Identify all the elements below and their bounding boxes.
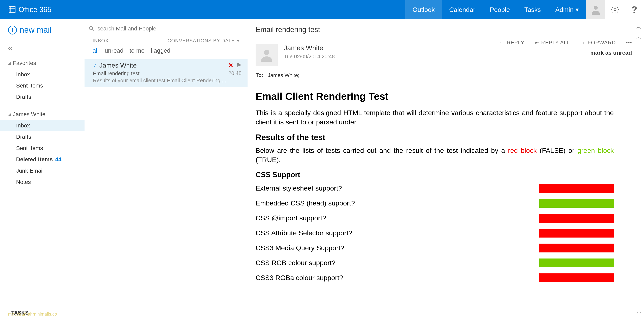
test-row: CSS Attribute Selector support? (256, 229, 614, 238)
office-icon (8, 6, 16, 14)
test-label: CSS Attribute Selector support? (256, 229, 352, 237)
scroll-up-buttons[interactable]: ︽︿ (636, 23, 641, 40)
folder-notes[interactable]: Notes (8, 177, 84, 188)
test-label: CSS @import support? (256, 214, 326, 222)
folder-drafts[interactable]: Drafts (8, 91, 84, 103)
red-block-text: red block (508, 146, 537, 154)
folder-rail: + new mail ‹‹ ◢FavoritesInboxSent ItemsD… (0, 19, 84, 320)
brand-logo[interactable]: Office 365 (0, 6, 59, 14)
user-avatar[interactable] (586, 0, 605, 19)
test-result-block (539, 244, 614, 252)
chevron-down-icon: ﹀ (637, 311, 641, 315)
message-actions-bar: ←REPLY ↞REPLY ALL →FORWARD ••• (499, 40, 632, 46)
forward-button[interactable]: →FORWARD (580, 40, 616, 46)
person-icon (590, 4, 602, 16)
new-mail-button[interactable]: + new mail (8, 25, 84, 35)
filter-to-me[interactable]: to me (130, 47, 144, 54)
to-value: James White; (268, 72, 300, 78)
folder-count: 44 (55, 156, 62, 163)
test-label: Embedded CSS (head) support? (256, 199, 355, 207)
filter-all[interactable]: all (92, 47, 98, 54)
scroll-down-button[interactable]: ﹀ (637, 310, 641, 316)
mark-unread-button[interactable]: mark as unread (590, 50, 632, 56)
collapse-rail-button[interactable]: ‹‹ (8, 45, 84, 51)
message-sender: James White (100, 62, 137, 69)
body-paragraph: This is a specially designed HTML templa… (256, 108, 614, 127)
new-mail-label: new mail (20, 25, 52, 35)
forward-icon: → (580, 40, 586, 46)
chevron-up-icon: ︽ (636, 23, 641, 30)
body-heading-2: Results of the test (256, 133, 614, 142)
filter-tabs: allunreadto meflagged (84, 47, 248, 59)
svg-point-2 (89, 27, 92, 30)
main-area: + new mail ‹‹ ◢FavoritesInboxSent ItemsD… (0, 19, 644, 320)
sort-label: CONVERSATIONS BY DATE (168, 38, 235, 44)
folder-group-header[interactable]: ◢Favorites (8, 58, 84, 69)
message-preview: Results of your email client test Email … (93, 77, 242, 84)
message-item[interactable]: ✓ James White ✕ ⚑ 20:48 Email rendering … (84, 59, 248, 87)
caret-icon: ◢ (8, 61, 11, 65)
nav-outlook[interactable]: Outlook (405, 0, 442, 19)
test-result-block (539, 199, 614, 208)
nav-calendar[interactable]: Calendar (442, 0, 482, 19)
folder-inbox[interactable]: Inbox (8, 69, 84, 80)
brand-text: Office 365 (18, 6, 51, 14)
test-result-block (539, 229, 614, 238)
body-paragraph: Below are the lists of tests carried out… (256, 146, 614, 165)
sender-info: James White Tue 02/09/2014 20:48 (284, 44, 335, 60)
more-actions-button[interactable]: ••• (626, 40, 632, 46)
message-list-pane: INBOX CONVERSATIONS BY DATE ▾ allunreadt… (84, 19, 248, 320)
test-row: CSS3 Media Query Support? (256, 244, 614, 252)
folder-inbox[interactable]: Inbox (0, 120, 84, 131)
folder-sent-items[interactable]: Sent Items (8, 80, 84, 91)
test-row: Embedded CSS (head) support? (256, 199, 614, 208)
help-icon: ? (631, 4, 637, 15)
svg-line-3 (92, 30, 94, 31)
to-label: To: (256, 72, 264, 78)
reading-pane: ︽︿ ﹀ Email rendering test ←REPLY ↞REPLY … (248, 19, 644, 320)
sender-name: James White (284, 44, 335, 52)
person-icon (258, 47, 275, 63)
nav-tasks[interactable]: Tasks (517, 0, 548, 19)
folder-deleted-items[interactable]: Deleted Items44 (8, 154, 84, 165)
filter-unread[interactable]: unread (105, 47, 123, 54)
folder-group-header[interactable]: ◢James White (8, 109, 84, 120)
nav-people[interactable]: People (482, 0, 517, 19)
chevron-up-icon: ︿ (636, 34, 641, 40)
test-result-block (539, 214, 614, 223)
folder-sent-items[interactable]: Sent Items (8, 142, 84, 154)
test-result-block (539, 258, 614, 267)
test-row: External stylesheet support? (256, 184, 614, 193)
ellipsis-icon: ••• (626, 40, 632, 46)
settings-button[interactable] (605, 0, 625, 19)
help-button[interactable]: ? (625, 0, 644, 19)
reply-all-icon: ↞ (534, 40, 539, 46)
body-heading-1: Email Client Rendering Test (256, 91, 614, 102)
message-sender-row: ✓ James White (93, 62, 242, 69)
search-input[interactable] (98, 25, 240, 32)
chevron-left-icon: ‹‹ (8, 45, 12, 51)
app-header: Office 365 OutlookCalendarPeopleTasksAdm… (0, 0, 644, 19)
reply-button[interactable]: ←REPLY (499, 40, 524, 46)
sender-avatar (256, 44, 278, 66)
tasks-bar[interactable]: TASKS (11, 310, 28, 316)
reading-header: James White Tue 02/09/2014 20:48 (256, 44, 632, 66)
body-heading-3: CSS Support (256, 171, 614, 179)
inbox-label: INBOX (92, 38, 109, 44)
folder-junk-email[interactable]: Junk Email (8, 165, 84, 177)
list-header: INBOX CONVERSATIONS BY DATE ▾ (84, 38, 248, 47)
svg-point-0 (594, 6, 598, 10)
green-block-text: green block (578, 146, 614, 154)
filter-flagged[interactable]: flagged (150, 47, 170, 54)
reply-all-button[interactable]: ↞REPLY ALL (534, 40, 570, 46)
svg-point-4 (264, 50, 270, 55)
sort-dropdown[interactable]: CONVERSATIONS BY DATE ▾ (168, 38, 240, 44)
flag-icon[interactable]: ⚑ (236, 62, 242, 69)
gear-icon (611, 6, 619, 14)
folder-drafts[interactable]: Drafts (8, 131, 84, 142)
top-nav: OutlookCalendarPeopleTasksAdmin▾ (405, 0, 586, 19)
nav-admin[interactable]: Admin▾ (548, 0, 586, 19)
caret-icon: ◢ (8, 112, 11, 116)
test-row: CSS @import support? (256, 214, 614, 223)
delete-icon[interactable]: ✕ (228, 62, 233, 69)
